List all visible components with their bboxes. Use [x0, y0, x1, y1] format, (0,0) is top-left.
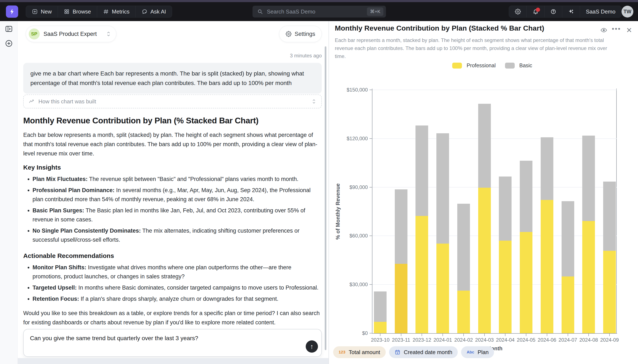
bar-segment-professional-2024-06[interactable] — [541, 200, 553, 333]
recommendations-list: Monitor Plan Shifts: Investigate what dr… — [23, 263, 322, 304]
legend-swatch-basic[interactable] — [505, 63, 515, 68]
bar-segment-basic-2024-01[interactable] — [436, 133, 449, 244]
bar-segment-basic-2024-06[interactable] — [541, 137, 553, 200]
y-axis-label: $0 — [330, 330, 368, 336]
legend-swatch-professional[interactable] — [452, 63, 462, 68]
chat-bottom-strip — [18, 358, 329, 364]
field-tag-created-date-month[interactable]: Created date month — [389, 346, 458, 358]
main-layout: SP SaaS Product Expert Settings 3 minute… — [0, 21, 638, 364]
field-tag-plan[interactable]: AbcPlan — [461, 346, 494, 358]
bar-segment-professional-2024-05[interactable] — [520, 232, 532, 333]
agent-settings-button[interactable]: Settings — [279, 26, 322, 42]
help-icon — [550, 9, 556, 14]
bar-segment-basic-2024-04[interactable] — [499, 176, 512, 241]
chat-panel: SP SaaS Product Expert Settings 3 minute… — [18, 21, 329, 364]
chart-legend: ProfessionalBasic — [372, 62, 617, 68]
bar-segment-professional-2024-09[interactable] — [603, 251, 616, 333]
response-closing: Would you like to see this breakdown as … — [23, 308, 322, 327]
insight-item: Basic Plan Surges: The Basic plan led in… — [33, 206, 322, 224]
settings-icon-button[interactable] — [509, 6, 527, 17]
chevron-up-down-icon — [106, 30, 111, 37]
field-tag-label: Total amount — [349, 349, 380, 356]
gridline — [372, 138, 617, 139]
chat-input-container: Can you give the same trend but quarterl… — [23, 329, 322, 357]
search-icon — [257, 9, 263, 14]
bar-segment-basic-2023-12[interactable] — [416, 126, 428, 216]
bar-segment-professional-2024-03[interactable] — [478, 188, 491, 333]
bar-segment-basic-2024-05[interactable] — [520, 161, 532, 232]
bar-segment-basic-2023-10[interactable] — [374, 292, 387, 322]
gridline — [372, 90, 617, 90]
help-button[interactable] — [544, 6, 562, 17]
chart-field-tags: 123Total amountCreated date monthAbcPlan — [333, 346, 494, 358]
bar-segment-basic-2024-08[interactable] — [582, 136, 595, 221]
y-axis-tick — [370, 138, 372, 139]
chat-input[interactable]: Can you give the same trend but quarterl… — [24, 330, 321, 356]
bar-segment-professional-2024-04[interactable] — [499, 241, 512, 333]
nav-item-label: Ask AI — [151, 8, 166, 15]
y-axis-tick — [370, 187, 372, 188]
search-shortcut-badge: ⌘+K — [367, 8, 383, 16]
plot-right-border — [616, 88, 617, 334]
bar-segment-professional-2024-08[interactable] — [582, 221, 595, 333]
workspace-button[interactable]: SaaS Demo — [580, 6, 621, 17]
y-axis-label: $30,000 — [330, 282, 368, 288]
send-button[interactable]: ↑ — [306, 340, 318, 352]
more-options-icon[interactable]: ••• — [611, 26, 621, 35]
ai-assistant-button[interactable] — [562, 6, 580, 17]
insight-item: No Single Plan Consistently Dominates: T… — [33, 226, 322, 244]
bar-segment-basic-2024-02[interactable] — [457, 204, 470, 290]
user-avatar[interactable]: TW — [621, 6, 633, 18]
chart-description: Each bar represents a month, stacked by … — [335, 36, 619, 60]
y-axis-label: $150,000 — [330, 87, 368, 93]
nav-item-new[interactable]: New — [26, 6, 58, 17]
message-timestamp: 3 minutes ago — [290, 53, 322, 59]
field-tag-total-amount[interactable]: 123Total amount — [333, 346, 386, 358]
arrow-up-icon: ↑ — [310, 343, 313, 350]
field-tag-label: Created date month — [404, 349, 452, 356]
nav-item-ask-ai[interactable]: Ask AI — [136, 6, 172, 17]
bar-segment-professional-2024-01[interactable] — [436, 244, 449, 333]
recommendations-heading: Actionable Recommendations — [23, 252, 322, 260]
global-search[interactable]: ⌘+K — [252, 6, 386, 18]
search-input[interactable] — [267, 8, 367, 15]
x-axis-tick — [401, 334, 401, 336]
bar-segment-professional-2024-07[interactable] — [562, 276, 574, 333]
eye-icon[interactable] — [599, 26, 609, 35]
bar-segment-basic-2023-11[interactable] — [395, 190, 408, 264]
assistant-response: Monthly Revenue Contribution by Plan (% … — [23, 116, 322, 332]
primary-nav: NewBrowseMetricsAsk AI — [26, 6, 172, 18]
nav-item-label: New — [41, 8, 52, 15]
agent-avatar: SP — [29, 28, 40, 40]
how-chart-built-expander[interactable]: How this chart was built — [23, 94, 322, 108]
bar-segment-basic-2024-03[interactable] — [478, 104, 491, 188]
y-axis-line — [372, 88, 372, 334]
nav-item-browse[interactable]: Browse — [58, 6, 97, 17]
toggle-sidebar-button[interactable] — [4, 24, 14, 34]
app-logo[interactable] — [6, 6, 18, 18]
chart-panel-actions: ••• ✕ — [599, 26, 637, 35]
settings-label: Settings — [294, 31, 315, 37]
chat-scrollbar[interactable] — [325, 46, 327, 350]
x-axis-tick — [422, 334, 422, 336]
field-tag-label: Plan — [478, 349, 489, 356]
nav-item-metrics[interactable]: Metrics — [97, 6, 136, 17]
bar-segment-professional-2023-10[interactable] — [374, 322, 387, 333]
y-axis-label: $60,000 — [330, 233, 368, 239]
chart-panel: Monthly Revenue Contribution by Plan (St… — [329, 21, 638, 364]
y-axis-title: % of Monthly Revenue — [335, 184, 341, 240]
notifications-button[interactable] — [527, 6, 544, 17]
x-axis-tick — [443, 334, 443, 336]
close-icon[interactable]: ✕ — [624, 26, 634, 35]
y-axis-tick — [370, 90, 372, 90]
new-chat-button[interactable] — [4, 39, 14, 48]
bar-segment-professional-2024-02[interactable] — [457, 290, 470, 333]
bar-segment-basic-2024-07[interactable] — [562, 201, 574, 276]
bar-segment-professional-2023-11[interactable] — [395, 264, 408, 333]
x-axis-line — [372, 333, 617, 334]
bar-segment-professional-2023-12[interactable] — [416, 216, 428, 333]
agent-selector[interactable]: SP SaaS Product Expert — [26, 26, 116, 42]
chart-title: Monthly Revenue Contribution by Plan (St… — [335, 24, 544, 32]
bar-segment-basic-2024-09[interactable] — [603, 182, 616, 251]
legend-label: Basic — [519, 62, 532, 68]
